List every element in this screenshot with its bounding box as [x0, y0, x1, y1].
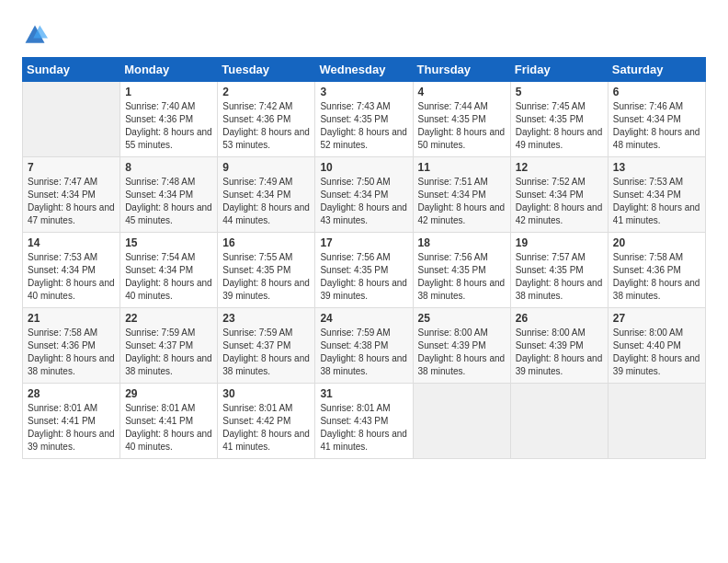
day-cell: 7 Sunrise: 7:47 AMSunset: 4:34 PMDayligh… [23, 157, 120, 233]
day-header-saturday: Saturday [608, 58, 705, 82]
week-row-2: 7 Sunrise: 7:47 AMSunset: 4:34 PMDayligh… [23, 157, 706, 233]
day-cell: 2 Sunrise: 7:42 AMSunset: 4:36 PMDayligh… [218, 82, 315, 157]
day-cell: 15 Sunrise: 7:54 AMSunset: 4:34 PMDaylig… [120, 233, 218, 308]
logo-icon [22, 22, 48, 48]
day-number: 21 [28, 312, 115, 325]
day-header-tuesday: Tuesday [218, 58, 315, 82]
day-header-wednesday: Wednesday [315, 58, 413, 82]
day-detail: Sunrise: 8:01 AMSunset: 4:41 PMDaylight:… [28, 403, 115, 452]
day-header-sunday: Sunday [23, 58, 120, 82]
day-detail: Sunrise: 7:46 AMSunset: 4:34 PMDaylight:… [613, 101, 700, 150]
day-number: 28 [28, 387, 115, 400]
day-detail: Sunrise: 8:00 AMSunset: 4:39 PMDaylight:… [516, 327, 603, 376]
day-cell: 14 Sunrise: 7:53 AMSunset: 4:34 PMDaylig… [23, 233, 120, 308]
day-detail: Sunrise: 8:00 AMSunset: 4:40 PMDaylight:… [613, 327, 700, 376]
day-header-monday: Monday [120, 58, 218, 82]
calendar-table: SundayMondayTuesdayWednesdayThursdayFrid… [22, 57, 706, 459]
day-cell: 25 Sunrise: 8:00 AMSunset: 4:39 PMDaylig… [413, 308, 510, 384]
day-detail: Sunrise: 7:40 AMSunset: 4:36 PMDaylight:… [125, 101, 212, 150]
day-number: 20 [613, 236, 700, 249]
day-detail: Sunrise: 7:47 AMSunset: 4:34 PMDaylight:… [28, 177, 115, 225]
day-number: 27 [613, 312, 700, 325]
day-detail: Sunrise: 7:59 AMSunset: 4:38 PMDaylight:… [320, 327, 407, 376]
day-detail: Sunrise: 7:44 AMSunset: 4:35 PMDaylight:… [418, 101, 506, 150]
day-cell: 21 Sunrise: 7:58 AMSunset: 4:36 PMDaylig… [23, 308, 120, 384]
day-header-friday: Friday [510, 58, 608, 82]
day-number: 5 [516, 86, 603, 98]
day-cell: 31 Sunrise: 8:01 AMSunset: 4:43 PMDaylig… [315, 384, 413, 459]
day-detail: Sunrise: 8:01 AMSunset: 4:41 PMDaylight:… [125, 403, 212, 452]
day-number: 26 [516, 312, 603, 325]
day-cell: 13 Sunrise: 7:53 AMSunset: 4:34 PMDaylig… [608, 157, 705, 233]
day-cell: 29 Sunrise: 8:01 AMSunset: 4:41 PMDaylig… [120, 384, 218, 459]
day-number: 9 [222, 161, 310, 174]
day-cell: 5 Sunrise: 7:45 AMSunset: 4:35 PMDayligh… [510, 82, 608, 157]
day-detail: Sunrise: 7:48 AMSunset: 4:34 PMDaylight:… [125, 177, 212, 225]
day-number: 22 [125, 312, 212, 325]
day-detail: Sunrise: 7:59 AMSunset: 4:37 PMDaylight:… [222, 327, 310, 376]
day-number: 8 [125, 161, 212, 174]
day-number: 4 [418, 86, 506, 98]
day-number: 17 [320, 236, 407, 249]
day-detail: Sunrise: 7:53 AMSunset: 4:34 PMDaylight:… [28, 252, 115, 301]
logo [22, 22, 50, 48]
day-detail: Sunrise: 7:51 AMSunset: 4:34 PMDaylight:… [418, 177, 506, 225]
day-number: 3 [320, 86, 407, 98]
day-number: 10 [320, 161, 407, 174]
day-cell [510, 384, 608, 459]
day-number: 15 [125, 236, 212, 249]
day-number: 18 [418, 236, 506, 249]
day-detail: Sunrise: 7:59 AMSunset: 4:37 PMDaylight:… [125, 327, 212, 376]
day-detail: Sunrise: 8:00 AMSunset: 4:39 PMDaylight:… [418, 327, 506, 376]
day-number: 19 [516, 236, 603, 249]
day-detail: Sunrise: 7:43 AMSunset: 4:35 PMDaylight:… [320, 101, 407, 150]
day-cell: 20 Sunrise: 7:58 AMSunset: 4:36 PMDaylig… [608, 233, 705, 308]
day-detail: Sunrise: 7:53 AMSunset: 4:34 PMDaylight:… [613, 177, 700, 225]
day-number: 24 [320, 312, 407, 325]
day-detail: Sunrise: 7:55 AMSunset: 4:35 PMDaylight:… [222, 252, 310, 301]
day-cell: 30 Sunrise: 8:01 AMSunset: 4:42 PMDaylig… [218, 384, 315, 459]
day-cell: 4 Sunrise: 7:44 AMSunset: 4:35 PMDayligh… [413, 82, 510, 157]
header-row: SundayMondayTuesdayWednesdayThursdayFrid… [23, 58, 706, 82]
day-number: 11 [418, 161, 506, 174]
day-cell [413, 384, 510, 459]
header [22, 18, 706, 48]
day-cell: 3 Sunrise: 7:43 AMSunset: 4:35 PMDayligh… [315, 82, 413, 157]
day-detail: Sunrise: 7:42 AMSunset: 4:36 PMDaylight:… [222, 101, 310, 150]
day-cell: 11 Sunrise: 7:51 AMSunset: 4:34 PMDaylig… [413, 157, 510, 233]
day-cell: 17 Sunrise: 7:56 AMSunset: 4:35 PMDaylig… [315, 233, 413, 308]
day-cell: 8 Sunrise: 7:48 AMSunset: 4:34 PMDayligh… [120, 157, 218, 233]
day-cell: 23 Sunrise: 7:59 AMSunset: 4:37 PMDaylig… [218, 308, 315, 384]
day-cell: 24 Sunrise: 7:59 AMSunset: 4:38 PMDaylig… [315, 308, 413, 384]
day-detail: Sunrise: 7:50 AMSunset: 4:34 PMDaylight:… [320, 177, 407, 225]
day-detail: Sunrise: 7:58 AMSunset: 4:36 PMDaylight:… [613, 252, 700, 301]
day-header-thursday: Thursday [413, 58, 510, 82]
day-number: 2 [222, 86, 310, 98]
day-cell [23, 82, 120, 157]
day-detail: Sunrise: 7:52 AMSunset: 4:34 PMDaylight:… [516, 177, 603, 225]
day-cell: 16 Sunrise: 7:55 AMSunset: 4:35 PMDaylig… [218, 233, 315, 308]
day-detail: Sunrise: 7:45 AMSunset: 4:35 PMDaylight:… [516, 101, 603, 150]
day-number: 23 [222, 312, 310, 325]
week-row-3: 14 Sunrise: 7:53 AMSunset: 4:34 PMDaylig… [23, 233, 706, 308]
day-number: 16 [222, 236, 310, 249]
week-row-4: 21 Sunrise: 7:58 AMSunset: 4:36 PMDaylig… [23, 308, 706, 384]
day-number: 25 [418, 312, 506, 325]
day-number: 13 [613, 161, 700, 174]
day-number: 30 [222, 387, 310, 400]
day-number: 12 [516, 161, 603, 174]
day-cell: 19 Sunrise: 7:57 AMSunset: 4:35 PMDaylig… [510, 233, 608, 308]
day-number: 7 [28, 161, 115, 174]
day-detail: Sunrise: 7:54 AMSunset: 4:34 PMDaylight:… [125, 252, 212, 301]
week-row-1: 1 Sunrise: 7:40 AMSunset: 4:36 PMDayligh… [23, 82, 706, 157]
day-number: 29 [125, 387, 212, 400]
day-cell: 1 Sunrise: 7:40 AMSunset: 4:36 PMDayligh… [120, 82, 218, 157]
day-number: 6 [613, 86, 700, 98]
day-detail: Sunrise: 7:56 AMSunset: 4:35 PMDaylight:… [418, 252, 506, 301]
day-cell: 28 Sunrise: 8:01 AMSunset: 4:41 PMDaylig… [23, 384, 120, 459]
day-cell: 18 Sunrise: 7:56 AMSunset: 4:35 PMDaylig… [413, 233, 510, 308]
day-detail: Sunrise: 7:57 AMSunset: 4:35 PMDaylight:… [516, 252, 603, 301]
day-detail: Sunrise: 7:56 AMSunset: 4:35 PMDaylight:… [320, 252, 407, 301]
day-cell: 22 Sunrise: 7:59 AMSunset: 4:37 PMDaylig… [120, 308, 218, 384]
day-cell: 26 Sunrise: 8:00 AMSunset: 4:39 PMDaylig… [510, 308, 608, 384]
